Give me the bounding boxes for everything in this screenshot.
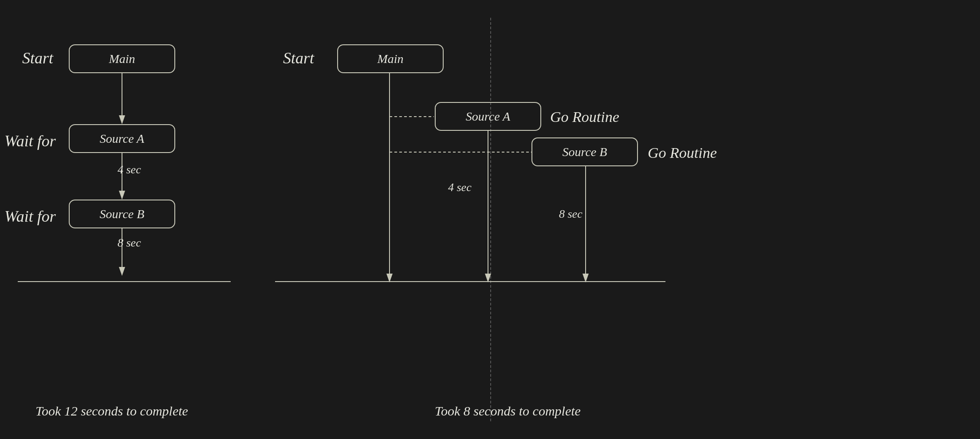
right-source-b-label: Source B <box>563 145 607 159</box>
left-main-label: Main <box>109 52 135 66</box>
left-source-a-label: Source A <box>100 132 144 146</box>
canvas: Start Main Wait for Source A 4 sec Wait … <box>0 0 980 439</box>
divider <box>490 18 491 421</box>
right-source-a-label: Source A <box>466 110 510 124</box>
right-time-a: 4 sec <box>448 181 472 194</box>
right-start-label: Start <box>283 49 314 67</box>
left-source-b-node: Source B <box>69 200 175 228</box>
left-source-a-node: Source A <box>69 124 175 153</box>
left-main-node: Main <box>69 44 175 73</box>
right-source-b-node: Source B <box>531 137 638 166</box>
right-time-b: 8 sec <box>559 208 582 221</box>
right-main-label: Main <box>377 52 403 66</box>
right-goroutine-b-label: Go Routine <box>648 145 717 161</box>
left-time-b: 8 sec <box>118 236 141 250</box>
left-wait-a-label: Wait for <box>4 132 56 150</box>
right-main-node: Main <box>337 44 444 73</box>
left-start-label: Start <box>22 49 53 67</box>
right-bottom-label: Took 8 seconds to complete <box>435 404 581 419</box>
right-source-a-node: Source A <box>435 102 541 131</box>
right-goroutine-a-label: Go Routine <box>550 109 619 125</box>
left-bottom-label: Took 12 seconds to complete <box>35 404 188 419</box>
left-source-b-label: Source B <box>100 207 145 221</box>
left-time-a: 4 sec <box>118 163 141 176</box>
left-wait-b-label: Wait for <box>4 207 56 226</box>
